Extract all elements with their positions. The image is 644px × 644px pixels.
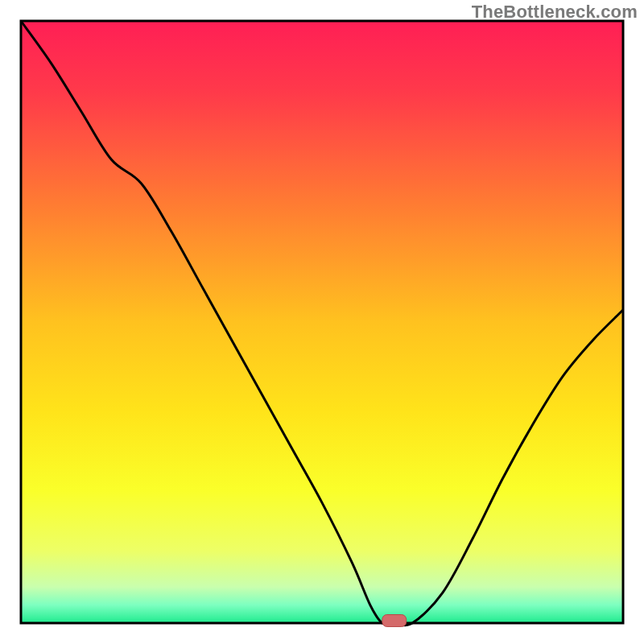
gradient-background — [21, 21, 623, 623]
optimal-marker — [382, 615, 407, 627]
chart-container: TheBottleneck.com — [0, 0, 644, 644]
bottleneck-chart — [0, 0, 644, 644]
watermark-text: TheBottleneck.com — [472, 2, 638, 23]
plot-area — [21, 21, 623, 626]
